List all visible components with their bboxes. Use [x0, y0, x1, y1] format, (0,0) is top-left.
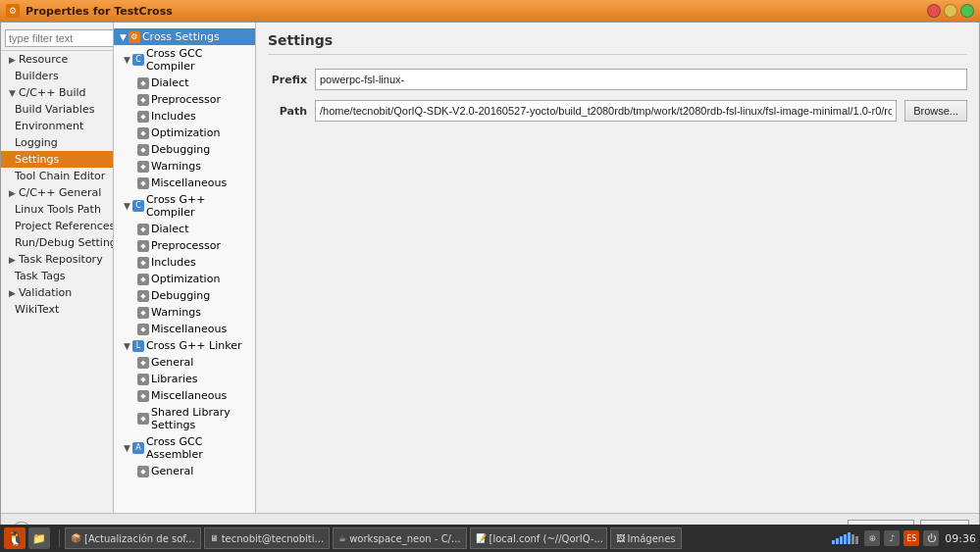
leaf-icon: ◆	[137, 177, 149, 189]
dialog-body: x ▶ Resource Builders ▼ C/C++ Build Buil…	[1, 23, 979, 513]
arrow-icon: ▼	[124, 55, 130, 65]
tree-item-shared-library-settings[interactable]: ◆ Shared Library Settings	[114, 404, 255, 433]
tree-item-cross-gcc-assembler[interactable]: ▼ A Cross GCC Assembler	[114, 433, 255, 463]
tree-item-gcc-includes[interactable]: ◆ Includes	[114, 108, 255, 125]
arrow-icon: ▶	[9, 55, 16, 65]
taskbar-app-actualizacion[interactable]: 📦 [Actualización de sof...	[65, 527, 201, 549]
sidebar-item-label: Builders	[15, 70, 59, 82]
sidebar-item-task-tags[interactable]: Task Tags	[1, 268, 113, 284]
tree-item-linker-general[interactable]: ◆ General	[114, 354, 255, 371]
sidebar-item-label: C/C++ General	[19, 186, 101, 199]
tree-item-linker-miscellaneous[interactable]: ◆ Miscellaneous	[114, 387, 255, 404]
tree-item-label: Optimization	[151, 126, 220, 139]
power-icon[interactable]: ⏻	[923, 530, 939, 546]
sidebar-item-label: Run/Debug Settings	[15, 236, 113, 249]
network-icon[interactable]: ⊕	[864, 530, 880, 546]
tree-item-gcc-dialect[interactable]: ◆ Dialect	[114, 75, 255, 91]
browse-button[interactable]: Browse...	[904, 100, 967, 122]
sidebar-item-label: Tool Chain Editor	[15, 170, 105, 182]
leaf-icon: ◆	[137, 144, 149, 156]
tree-item-linker-libraries[interactable]: ◆ Libraries	[114, 371, 255, 387]
sidebar-item-project-references[interactable]: Project References	[1, 218, 113, 234]
tree-item-gcc-preprocessor[interactable]: ◆ Preprocessor	[114, 91, 255, 108]
sidebar-item-linux-tools-path[interactable]: Linux Tools Path	[1, 201, 113, 218]
sidebar-item-logging[interactable]: Logging	[1, 134, 113, 151]
tree-item-label: Warnings	[151, 160, 201, 173]
prefix-label: Prefix	[268, 74, 307, 86]
sidebar-item-cxx-build[interactable]: ▼ C/C++ Build	[1, 84, 113, 101]
sidebar-item-resource[interactable]: ▶ Resource	[1, 51, 113, 68]
tree-item-gxx-debugging[interactable]: ◆ Debugging	[114, 287, 255, 304]
window-title: Properties for TestCross	[26, 5, 921, 18]
maximize-button[interactable]	[960, 4, 974, 18]
tree-item-cross-gxx[interactable]: ▼ C Cross G++ Compiler	[114, 191, 255, 221]
sidebar-item-label: Resource	[19, 53, 68, 66]
path-input[interactable]	[315, 100, 897, 122]
window-controls	[927, 4, 974, 18]
sidebar-item-label: Environment	[15, 120, 83, 132]
tree-item-gxx-preprocessor[interactable]: ◆ Preprocessor	[114, 237, 255, 254]
tree-item-label: General	[151, 465, 193, 477]
tree-item-gcc-miscellaneous[interactable]: ◆ Miscellaneous	[114, 175, 255, 191]
tree-item-gcc-optimization[interactable]: ◆ Optimization	[114, 125, 255, 141]
filter-input[interactable]	[5, 29, 114, 47]
tree-item-assembler-general[interactable]: ◆ General	[114, 463, 255, 479]
sidebar-item-wikitext[interactable]: WikiText	[1, 301, 113, 318]
bar1	[832, 540, 835, 544]
tree-item-label: Debugging	[151, 143, 210, 156]
bar5	[848, 532, 851, 544]
taskbar-app-workspace[interactable]: ☕ workspace_neon - C/...	[333, 527, 466, 549]
leaf-icon: ◆	[137, 374, 149, 385]
tree-item-cross-gxx-linker[interactable]: ▼ L Cross G++ Linker	[114, 337, 255, 354]
sidebar-item-builders[interactable]: Builders	[1, 68, 113, 84]
sidebar-item-run-debug-settings[interactable]: Run/Debug Settings	[1, 234, 113, 251]
leaf-icon: ◆	[137, 94, 149, 106]
sidebar-item-tool-chain-editor[interactable]: Tool Chain Editor	[1, 168, 113, 184]
tree-item-gxx-warnings[interactable]: ◆ Warnings	[114, 304, 255, 321]
taskbar-separator	[59, 529, 60, 547]
sys-tray: ⊕ ♪ ES ⏻	[864, 530, 939, 546]
close-button[interactable]	[927, 4, 941, 18]
sidebar-item-label: Task Tags	[15, 270, 66, 282]
tree-item-label: Dialect	[151, 223, 188, 235]
sidebar-item-task-repository[interactable]: ▶ Task Repository	[1, 251, 113, 268]
taskbar-app-imagenes[interactable]: 🖼 Imágenes	[610, 527, 682, 549]
tree-item-gxx-miscellaneous[interactable]: ◆ Miscellaneous	[114, 321, 255, 337]
tree-item-cross-settings[interactable]: ▼ ⚙ Cross Settings	[114, 28, 255, 45]
minimize-button[interactable]	[944, 4, 957, 18]
leaf-icon: ◆	[137, 307, 149, 319]
taskbar-places-icon[interactable]: 📁	[28, 527, 50, 549]
tree-item-cross-gcc[interactable]: ▼ C Cross GCC Compiler	[114, 45, 255, 75]
sidebar-item-settings[interactable]: Settings	[1, 151, 113, 168]
bar6	[851, 534, 854, 544]
prefix-row: Prefix	[268, 69, 967, 90]
sidebar-item-validation[interactable]: ▶ Validation	[1, 284, 113, 301]
tree-item-gcc-warnings[interactable]: ◆ Warnings	[114, 158, 255, 175]
leaf-icon: ◆	[137, 466, 149, 477]
volume-icon[interactable]: ♪	[884, 530, 900, 546]
settings-title: Settings	[268, 32, 967, 55]
arrow-icon: ▶	[9, 288, 16, 298]
input-icon[interactable]: ES	[903, 530, 919, 546]
taskbar-start-icon[interactable]: 🐧	[4, 527, 26, 549]
tree-item-gcc-debugging[interactable]: ◆ Debugging	[114, 141, 255, 158]
sidebar-item-environment[interactable]: Environment	[1, 118, 113, 134]
taskbar-app-terminal[interactable]: 🖥 tecnobit@tecnobiti...	[204, 527, 330, 549]
settings-icon: ⚙	[129, 31, 140, 43]
tree-item-label: Libraries	[151, 373, 198, 385]
tree-item-gxx-includes[interactable]: ◆ Includes	[114, 254, 255, 271]
arrow-icon: ▶	[9, 188, 16, 198]
sidebar-item-label: Validation	[19, 286, 72, 299]
compiler-icon: C	[132, 54, 144, 66]
prefix-input[interactable]	[315, 69, 967, 90]
tree-item-label: Cross GCC Assembler	[146, 435, 249, 461]
tree-item-gxx-dialect[interactable]: ◆ Dialect	[114, 221, 255, 237]
taskbar-app-local-conf[interactable]: 📝 [local.conf (~//QorIQ-...	[470, 527, 607, 549]
sidebar-item-cxx-general[interactable]: ▶ C/C++ General	[1, 184, 113, 201]
leaf-icon: ◆	[137, 257, 149, 269]
arrow-icon: ▼	[9, 88, 16, 98]
tree-item-gxx-optimization[interactable]: ◆ Optimization	[114, 271, 255, 287]
tree-item-label: Includes	[151, 110, 196, 123]
sidebar-item-build-variables[interactable]: Build Variables	[1, 101, 113, 118]
tree-item-label: Preprocessor	[151, 239, 221, 252]
